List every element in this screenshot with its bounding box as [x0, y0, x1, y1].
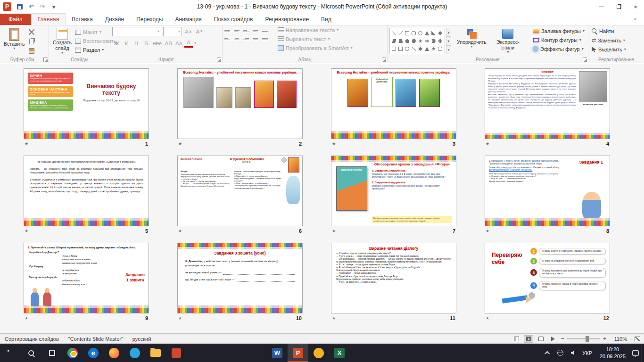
animation-star-icon[interactable]: ★ [25, 229, 28, 233]
shape-rounded-rectangle-icon[interactable] [412, 31, 416, 35]
dialog-launcher-icon[interactable] [43, 58, 48, 62]
scroll-up-icon[interactable]: ▲ [446, 28, 452, 37]
convert-smartart-button[interactable]: Преобразовать в SmartArt▾ [276, 45, 354, 51]
copy-button[interactable] [27, 37, 36, 46]
shape-star-icon[interactable] [418, 39, 422, 43]
start-button[interactable] [0, 344, 21, 362]
slide-sorter-view-button[interactable] [524, 335, 533, 343]
reading-view-button[interactable] [536, 335, 545, 343]
slide-5-thumbnail[interactable]: На перших уроках ви вже прочитали почато… [24, 156, 149, 226]
tab-slideshow[interactable]: Показ слайдов [208, 14, 259, 25]
tab-home[interactable]: Главная [31, 13, 66, 25]
zoom-out-button[interactable]: − [561, 335, 564, 342]
font-size-combo[interactable]: ▾ [163, 27, 182, 36]
slide-1-thumbnail[interactable]: ЗАЧИНповідомляється, про що або про кого… [24, 68, 149, 139]
animation-star-icon[interactable]: ★ [178, 229, 182, 233]
tray-expand-button[interactable] [542, 344, 554, 362]
animation-star-icon[interactable]: ★ [332, 229, 336, 233]
animation-star-icon[interactable]: ★ [332, 141, 336, 146]
close-button[interactable]: × [627, 0, 644, 13]
shape-diamond-icon[interactable] [418, 47, 422, 51]
slide-4-thumbnail[interactable]: Біографія Понад 50 років він писав тільк… [485, 68, 610, 139]
minimize-button[interactable] [593, 0, 610, 13]
slide-8-thumbnail[interactable]: Завдання 1 1. Пригадайте: у тексті є зач… [485, 156, 610, 226]
replace-button[interactable]: ⇄Заменить▾ [590, 37, 627, 44]
shapes-gallery[interactable] [389, 28, 445, 54]
slideshow-view-button[interactable] [548, 335, 558, 343]
bullets-icon[interactable] [224, 28, 230, 33]
file-explorer-button[interactable] [145, 344, 166, 362]
dialog-launcher-icon[interactable] [382, 58, 386, 62]
chrome-taskbar-button[interactable] [62, 344, 83, 362]
language-switcher[interactable]: УКР [578, 350, 596, 356]
animation-star-icon[interactable]: ★ [486, 141, 489, 146]
new-slide-button[interactable]: Создать слайд ▾ [51, 27, 74, 56]
undo-button[interactable]: ↶ [26, 2, 36, 11]
columns-icon[interactable] [262, 36, 268, 41]
font-color-button[interactable]: А [184, 39, 193, 48]
tab-transitions[interactable]: Переходы [130, 14, 169, 25]
shape-chevron-icon[interactable] [431, 39, 436, 43]
strikethrough-button[interactable]: abc [152, 39, 163, 48]
align-left-icon[interactable] [224, 36, 230, 41]
animation-star-icon[interactable]: ★ [178, 316, 182, 321]
slide-sorter-pane[interactable]: ЗАЧИНповідомляється, про що або про кого… [0, 64, 644, 333]
scroll-down-icon[interactable]: ▼ [446, 37, 452, 46]
task-view-button[interactable] [41, 344, 62, 362]
slide-7-thumbnail[interactable]: Всеволод Нестайко Обговорення уривка з о… [331, 156, 456, 226]
shape-callout-icon[interactable] [392, 47, 396, 51]
justify-icon[interactable] [253, 36, 258, 41]
decrease-indent-icon[interactable] [243, 28, 249, 33]
normal-view-button[interactable] [512, 335, 521, 343]
change-case-button[interactable]: Аа [174, 39, 183, 48]
show-desktop-button[interactable] [642, 344, 644, 362]
increase-font-button[interactable]: А▲ [184, 27, 193, 36]
line-spacing-icon[interactable] [262, 29, 268, 32]
dialog-launcher-icon[interactable] [217, 58, 221, 62]
shape-trapezoid-icon[interactable] [398, 39, 403, 43]
firefox-taskbar-button[interactable] [104, 344, 124, 362]
slide-6-thumbnail[interactable]: Всеволод Нестайко «Одиниця з обманом» (1… [177, 156, 303, 226]
slide-9-thumbnail[interactable]: 1. Прочитайте слова. Оберіть правильний,… [24, 243, 149, 313]
books-app-button[interactable] [166, 344, 187, 362]
animation-star-icon[interactable]: ★ [25, 141, 28, 146]
shape-hexagon-icon[interactable] [412, 39, 416, 43]
slide-12-thumbnail[interactable]: Перевіряю себе 1Я можу знайти в тексті з… [485, 243, 610, 313]
word-taskbar-button[interactable]: W [267, 344, 288, 362]
tab-animations[interactable]: Анимация [169, 14, 207, 25]
font-name-combo[interactable]: ▾ [112, 27, 161, 36]
shape-rounded-rectangle-icon[interactable] [438, 47, 442, 51]
text-direction-button[interactable]: Направление текста▾ [276, 27, 354, 33]
quick-styles-button[interactable]: Экспресс-стили ▾ [488, 28, 528, 56]
shape-parallelogram-icon[interactable] [392, 39, 396, 43]
shapes-gallery-scroll[interactable]: ▲ ▼ ▾ [446, 28, 452, 54]
shape-fill-button[interactable]: Заливка фигуры▾ [531, 28, 586, 34]
excel-taskbar-button[interactable]: X [329, 344, 350, 362]
zoom-in-button[interactable]: + [603, 335, 607, 342]
network-tray-button[interactable] [554, 344, 566, 362]
shape-right-triangle-icon[interactable] [431, 31, 436, 35]
animation-star-icon[interactable]: ★ [486, 316, 489, 321]
messenger-taskbar-button[interactable] [124, 344, 145, 362]
tab-view[interactable]: Вид [315, 14, 338, 25]
shape-rectangle-icon[interactable] [398, 47, 403, 51]
text-shadow-button[interactable]: S [142, 39, 150, 48]
shape-line-icon[interactable] [398, 31, 403, 35]
align-text-button[interactable]: Выровнять текст▾ [276, 36, 354, 42]
zoom-slider[interactable] [567, 338, 600, 339]
align-center-icon[interactable] [234, 36, 239, 41]
shape-rectangle-icon[interactable] [405, 31, 409, 35]
restore-button[interactable] [610, 0, 627, 13]
redo-button[interactable]: ↷ [38, 2, 47, 11]
language-indicator[interactable]: русский [128, 336, 156, 342]
shape-plus-icon[interactable] [438, 39, 442, 43]
animation-star-icon[interactable]: ★ [25, 316, 28, 321]
decrease-font-button[interactable]: А▼ [195, 27, 205, 36]
save-button[interactable] [15, 2, 25, 11]
shape-ellipse-icon[interactable] [405, 47, 409, 51]
shape-ellipse-icon[interactable] [418, 31, 422, 35]
zoom-slider-thumb[interactable] [586, 336, 589, 342]
amber-app-button[interactable] [308, 344, 329, 362]
tab-design[interactable]: Дизайн [99, 14, 130, 25]
tab-review[interactable]: Рецензирование [259, 14, 315, 25]
